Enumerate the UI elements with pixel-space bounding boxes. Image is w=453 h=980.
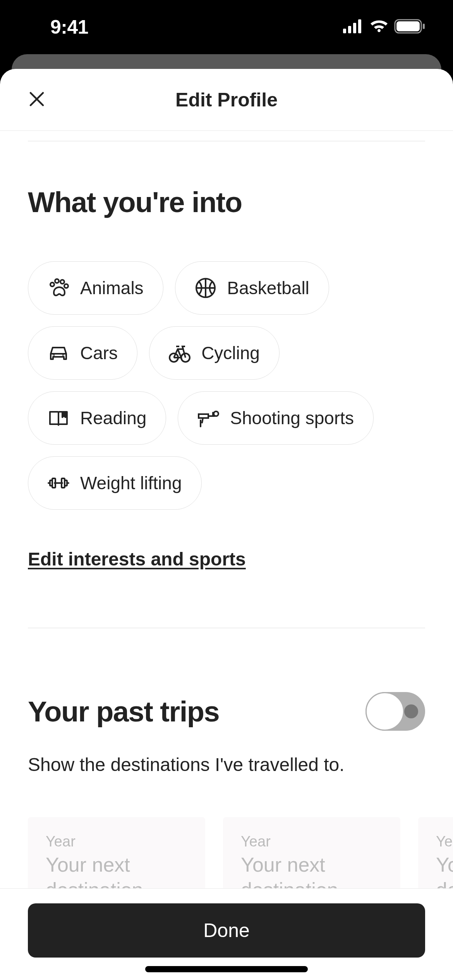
chip-label: Weight lifting [80, 473, 182, 493]
trip-year-label: Year [241, 833, 383, 850]
battery-icon [394, 19, 426, 35]
chip-cycling[interactable]: Cycling [149, 326, 280, 380]
trip-destination-placeholder: Your next destination [436, 852, 453, 888]
chip-label: Reading [80, 408, 146, 428]
animals-icon [48, 277, 69, 299]
trip-card[interactable]: Year Your next destination [28, 817, 205, 888]
status-indicators [343, 19, 426, 35]
trip-destination-placeholder: Your next destination [241, 852, 383, 888]
svg-point-7 [50, 283, 54, 286]
svg-point-10 [64, 284, 68, 288]
svg-rect-2 [353, 23, 356, 33]
divider [28, 141, 425, 141]
trip-year-label: Year [436, 833, 453, 850]
trip-card[interactable]: Year Your next destination [418, 817, 453, 888]
status-time: 9:41 [50, 16, 88, 38]
weightlifting-icon [48, 472, 69, 494]
svg-rect-0 [343, 29, 346, 33]
toggle-knob [365, 692, 404, 731]
sheet-content[interactable]: What you're into Animals [0, 131, 453, 888]
past-trips-title: Your past trips [28, 695, 219, 728]
chip-label: Cycling [201, 343, 260, 363]
edit-interests-link[interactable]: Edit interests and sports [28, 548, 246, 570]
svg-rect-6 [423, 24, 425, 29]
signal-icon [343, 19, 364, 35]
close-icon [29, 91, 45, 108]
cycling-icon [169, 342, 190, 364]
chip-animals[interactable]: Animals [28, 261, 163, 315]
svg-point-9 [60, 280, 64, 284]
done-button[interactable]: Done [28, 903, 425, 958]
sheet-header: Edit Profile [0, 69, 453, 131]
basketball-icon [195, 277, 216, 299]
svg-rect-3 [358, 19, 361, 33]
interest-chips: Animals Basketball [28, 261, 425, 510]
chip-label: Cars [80, 343, 118, 363]
chip-basketball[interactable]: Basketball [175, 261, 329, 315]
trip-card[interactable]: Year Your next destination [223, 817, 400, 888]
toggle-dot [404, 704, 418, 718]
past-trips-section: Your past trips Show the destinations I'… [28, 692, 425, 888]
close-button[interactable] [27, 90, 46, 110]
page-title: Edit Profile [175, 89, 278, 111]
trip-year-label: Year [46, 833, 187, 850]
shooting-icon [197, 407, 219, 429]
cars-icon [48, 342, 69, 364]
home-indicator[interactable] [145, 966, 308, 972]
chip-cars[interactable]: Cars [28, 326, 137, 380]
chip-reading[interactable]: Reading [28, 391, 166, 445]
chip-weight-lifting[interactable]: Weight lifting [28, 456, 202, 510]
wifi-icon [369, 19, 389, 35]
edit-profile-sheet: Edit Profile What you're into Animals [0, 69, 453, 980]
trip-destination-placeholder: Your next destination [46, 852, 187, 888]
chip-shooting-sports[interactable]: Shooting sports [178, 391, 374, 445]
chip-label: Basketball [227, 278, 309, 298]
svg-rect-1 [348, 26, 351, 33]
past-trips-toggle[interactable] [365, 692, 425, 731]
interests-title: What you're into [28, 186, 425, 219]
divider [28, 628, 425, 628]
trip-cards[interactable]: Year Your next destination Year Your nex… [28, 817, 453, 888]
chip-label: Animals [80, 278, 144, 298]
svg-point-13 [63, 355, 63, 356]
past-trips-subtitle: Show the destinations I've travelled to. [28, 754, 425, 775]
reading-icon [48, 407, 69, 429]
svg-point-16 [214, 411, 218, 416]
chip-label: Shooting sports [230, 408, 354, 428]
svg-rect-5 [396, 21, 420, 31]
svg-point-12 [54, 355, 54, 356]
status-bar: 9:41 [0, 0, 453, 54]
svg-point-8 [55, 279, 59, 283]
